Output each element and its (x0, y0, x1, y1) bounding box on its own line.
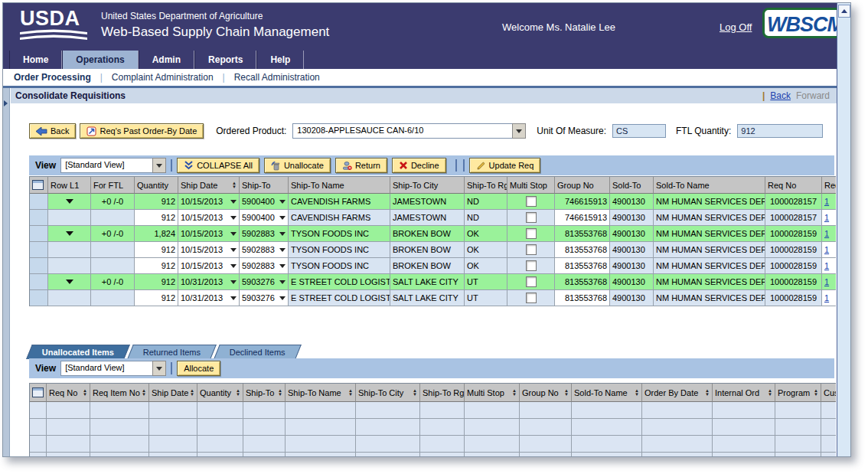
subnav-complaint-administration[interactable]: Complaint Administration (112, 72, 214, 83)
column-header-ship-date[interactable]: Ship Date▲▼ (178, 177, 240, 194)
req-item-link[interactable]: 1 (824, 245, 829, 254)
column-header-ship-to-city[interactable]: Ship-To City▲▼ (356, 384, 420, 402)
ordered-product-dropdown[interactable]: 130208-APPLESAUCE CAN-6/10 (292, 123, 526, 139)
column-header-order-by-date[interactable]: Order By Date▲▼ (642, 384, 713, 402)
row-selector[interactable] (30, 402, 47, 419)
column-header-ship-to[interactable]: Ship-To▲▼ (243, 384, 286, 402)
sort-icon[interactable]: ▲▼ (413, 389, 417, 397)
sort-icon[interactable]: ▲▼ (635, 389, 639, 397)
column-header-program[interactable]: Program▲▼ (775, 384, 821, 402)
row-selector[interactable] (30, 436, 47, 453)
ship-date-cell[interactable]: 10/15/2013 (178, 210, 240, 226)
ship-date-cell[interactable]: 10/31/2013 (178, 274, 240, 290)
row-selector[interactable] (30, 453, 47, 457)
ship-to-cell[interactable]: 5902883 (240, 242, 289, 258)
chevron-down-icon[interactable] (152, 361, 166, 376)
row-expand-cell[interactable] (48, 194, 91, 210)
chevron-down-icon[interactable] (279, 296, 286, 300)
quantity-cell[interactable]: 912 (135, 290, 178, 306)
sort-icon[interactable]: ▲▼ (142, 389, 146, 397)
chevron-down-icon[interactable] (230, 296, 237, 300)
multi-stop-checkbox[interactable] (526, 293, 537, 303)
ship-date-cell[interactable]: 10/15/2013 (178, 194, 240, 210)
chevron-down-icon[interactable] (279, 248, 286, 252)
scroll-up-button[interactable] (838, 5, 850, 18)
return-button[interactable]: Return (335, 158, 387, 173)
ship-date-cell[interactable]: 10/15/2013 (178, 242, 240, 258)
ship-to-cell[interactable]: 5900400 (240, 210, 289, 226)
row-expand-cell[interactable] (48, 226, 91, 242)
sort-icon[interactable]: ▲▼ (512, 389, 517, 397)
decline-button[interactable]: Decline (392, 158, 446, 173)
history-back-link[interactable]: Back (770, 90, 791, 101)
multi-stop-checkbox[interactable] (526, 244, 537, 255)
group-no-cell[interactable]: 813553768 (555, 242, 610, 258)
multi-stop-checkbox[interactable] (526, 228, 537, 239)
sort-icon[interactable]: ▲▼ (705, 389, 710, 397)
lower-view-dropdown[interactable]: [Standard View] (60, 361, 166, 376)
collapse-row-icon[interactable] (66, 199, 73, 204)
sort-icon[interactable]: ▲▼ (768, 389, 772, 397)
req-item-link[interactable]: 1 (824, 197, 829, 206)
subnav-recall-administration[interactable]: Recall Administration (234, 72, 320, 83)
ship-date-cell[interactable]: 10/15/2013 (178, 258, 240, 274)
chevron-down-icon[interactable] (230, 216, 237, 220)
sort-icon[interactable]: ▲▼ (83, 389, 87, 397)
column-header-cus[interactable]: Cus▲▼ (821, 384, 836, 402)
nav-tab-admin[interactable]: Admin (139, 51, 194, 69)
column-header-ship-to-rg[interactable]: Ship-To Rg▲▼ (420, 384, 465, 402)
column-header-ship-to-name[interactable]: Ship-To Name▲▼ (286, 384, 356, 402)
quantity-cell[interactable]: 912 (135, 210, 178, 226)
sort-icon[interactable]: ▲▼ (232, 181, 237, 189)
row-selector[interactable] (30, 274, 48, 290)
sort-icon[interactable]: ▲▼ (236, 389, 240, 397)
ship-date-cell[interactable]: 10/15/2013 (178, 226, 240, 242)
subnav-order-processing[interactable]: Order Processing (14, 72, 91, 83)
row-selector[interactable] (30, 290, 48, 306)
multi-stop-checkbox[interactable] (526, 196, 537, 207)
view-dropdown[interactable]: [Standard View] (60, 158, 166, 173)
tab-unallocated-items[interactable]: Unallocated Items (26, 345, 130, 359)
reqs-past-order-by-date-button[interactable]: Req's Past Order-By Date (80, 123, 204, 139)
tab-returned-items[interactable]: Returned Items (127, 345, 217, 359)
column-header-group-no[interactable]: Group No▲▼ (520, 384, 572, 402)
req-item-link[interactable]: 1 (824, 277, 829, 286)
row-expand-cell[interactable] (48, 274, 91, 290)
row-selector[interactable] (30, 210, 48, 226)
nav-tab-reports[interactable]: Reports (194, 51, 256, 69)
column-header-sold-to-name[interactable]: Sold-To Name▲▼ (572, 384, 642, 402)
ship-date-cell[interactable]: 10/31/2013 (178, 290, 240, 306)
chevron-down-icon[interactable] (279, 264, 286, 268)
tab-declined-items[interactable]: Declined Items (214, 345, 302, 359)
group-no-cell[interactable]: 746615913 (555, 210, 610, 226)
ship-to-cell[interactable]: 5900400 (240, 194, 289, 210)
ship-to-cell[interactable]: 5903276 (240, 290, 289, 306)
group-no-cell[interactable]: 813553768 (555, 258, 610, 274)
sort-icon[interactable]: ▲▼ (348, 389, 353, 397)
log-off-link[interactable]: Log Off (720, 21, 752, 33)
nav-tab-help[interactable]: Help (256, 51, 304, 69)
column-header-req-no[interactable]: Req No▲▼ (47, 384, 90, 402)
chevron-down-icon[interactable] (279, 232, 286, 236)
row-selector[interactable] (30, 194, 48, 210)
quantity-cell[interactable]: 912 (135, 258, 178, 274)
row-selector[interactable] (30, 419, 47, 436)
nav-tab-home[interactable]: Home (9, 51, 62, 69)
column-header-multi-stop[interactable]: Multi Stop▲▼ (465, 384, 520, 402)
multi-stop-checkbox[interactable] (526, 212, 537, 223)
req-item-link[interactable]: 1 (824, 293, 829, 302)
ship-to-cell[interactable]: 5902883 (240, 258, 289, 274)
chevron-down-icon[interactable] (230, 200, 237, 204)
multi-stop-checkbox[interactable] (526, 260, 537, 271)
req-item-link[interactable]: 1 (824, 261, 829, 270)
allocate-button[interactable]: Allocate (177, 361, 220, 376)
chevron-down-icon[interactable] (279, 200, 286, 204)
column-header-quantity[interactable]: Quantity▲▼ (197, 384, 243, 402)
sort-icon[interactable]: ▲▼ (564, 389, 569, 397)
chevron-down-icon[interactable] (279, 280, 286, 284)
group-no-cell[interactable]: 813553768 (555, 290, 610, 306)
unallocate-button[interactable]: Unallocate (264, 158, 331, 173)
chevron-down-icon[interactable] (230, 232, 237, 236)
req-item-link[interactable]: 1 (824, 213, 829, 222)
chevron-down-icon[interactable] (230, 248, 237, 252)
